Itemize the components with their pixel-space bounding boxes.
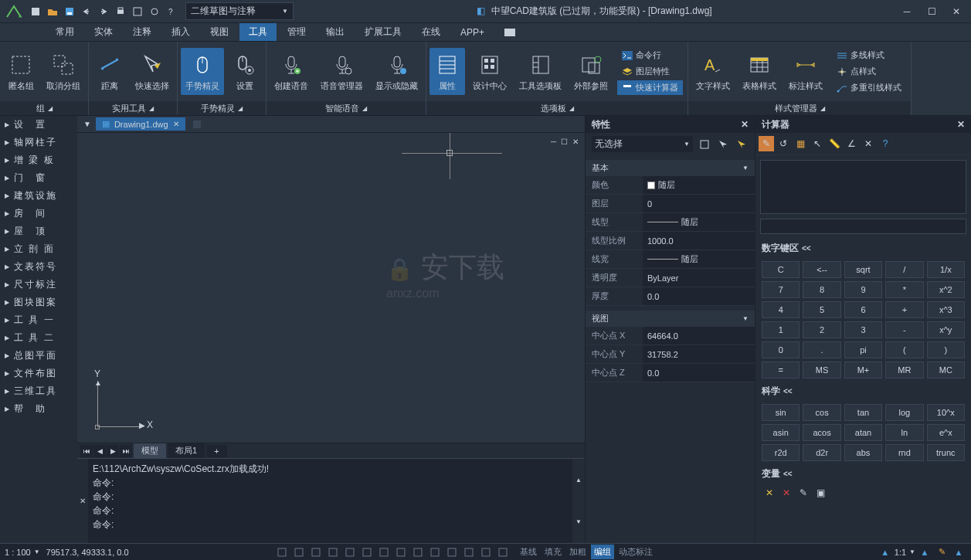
status-qp-icon[interactable] bbox=[444, 545, 460, 559]
status-tpc-icon[interactable] bbox=[427, 545, 443, 559]
cmd-scroll-down[interactable]: ▼ bbox=[572, 501, 585, 544]
calc-tool-4[interactable]: ↖ bbox=[810, 136, 825, 151]
view-nav-next[interactable]: ▶ bbox=[107, 445, 119, 457]
calc-key-x^3[interactable]: x^3 bbox=[927, 301, 965, 318]
filter-icon[interactable] bbox=[735, 137, 749, 151]
status-osnap-icon[interactable] bbox=[342, 545, 358, 559]
ribbon-取消分组[interactable]: 取消分组 bbox=[42, 48, 85, 95]
view-nav-prev[interactable]: ◀ bbox=[93, 445, 106, 457]
qat-save-icon[interactable] bbox=[62, 4, 77, 19]
ribbon-side-点样式[interactable]: 点样式 bbox=[832, 64, 906, 79]
calc-key-*[interactable]: * bbox=[885, 281, 923, 298]
calc-key-<--[interactable]: <-- bbox=[803, 261, 840, 278]
minimize-button[interactable]: ─ bbox=[895, 4, 918, 19]
status-iso-icon[interactable] bbox=[478, 545, 494, 559]
status-编组[interactable]: 编组 bbox=[591, 545, 614, 559]
sb-anno-icon[interactable]: ▲ bbox=[878, 545, 893, 559]
var-btn-2[interactable]: ✕ bbox=[779, 485, 794, 501]
sidebar-item-图块图案[interactable]: ▶图块图案 bbox=[0, 294, 77, 311]
calc-input-field[interactable] bbox=[760, 219, 966, 234]
ribbon-属性[interactable]: 属性 bbox=[429, 48, 465, 95]
view-nav-first[interactable]: ⏮ bbox=[80, 445, 93, 457]
sidebar-item-文件布图[interactable]: ▶文件布图 bbox=[0, 365, 77, 382]
maximize-button[interactable]: ☐ bbox=[920, 4, 943, 19]
sb-icon-2[interactable]: ▲ bbox=[917, 545, 932, 559]
calc-key-log[interactable]: log bbox=[885, 404, 923, 421]
close-button[interactable]: ✕ bbox=[945, 4, 968, 19]
calc-key-=[interactable]: = bbox=[762, 361, 800, 378]
prop-row-线型比例[interactable]: 线型比例1000.0 bbox=[586, 232, 755, 250]
calc-key-7[interactable]: 7 bbox=[762, 281, 800, 298]
calc-key-([interactable]: ( bbox=[885, 341, 923, 358]
calc-key-cos[interactable]: cos bbox=[803, 404, 840, 421]
close-tab-icon[interactable]: ✕ bbox=[173, 120, 179, 128]
prop-row-透明度[interactable]: 透明度ByLayer bbox=[586, 269, 755, 287]
menu-实体[interactable]: 实体 bbox=[85, 23, 122, 41]
calc-key-+[interactable]: + bbox=[885, 301, 923, 318]
calc-key-/[interactable]: / bbox=[885, 261, 923, 278]
calc-tool-7[interactable]: ✕ bbox=[861, 136, 876, 151]
prop-row-线型[interactable]: 线型随层 bbox=[586, 213, 755, 232]
calc-tool-3[interactable]: ▦ bbox=[793, 136, 808, 151]
sidebar-item-立剖面[interactable]: ▶立 剖 面 bbox=[0, 240, 77, 258]
calc-key-asin[interactable]: asin bbox=[762, 424, 800, 441]
prop-row-线宽[interactable]: 线宽随层 bbox=[586, 250, 755, 269]
calc-key-atan[interactable]: atan bbox=[844, 424, 882, 441]
sidebar-item-房间[interactable]: ▶房 间 bbox=[0, 205, 77, 222]
selection-dropdown[interactable]: 无选择 ▼ bbox=[592, 136, 693, 152]
qat-undo-icon[interactable] bbox=[79, 4, 94, 19]
calc-key-4[interactable]: 4 bbox=[762, 301, 800, 318]
menu-extra-icon[interactable] bbox=[495, 26, 525, 39]
status-lwt-icon[interactable] bbox=[410, 545, 426, 559]
status-sc-icon[interactable] bbox=[461, 545, 477, 559]
status-snap-icon[interactable] bbox=[274, 545, 290, 559]
sidebar-item-帮助[interactable]: ▶帮 助 bbox=[0, 400, 77, 418]
workspace-dropdown[interactable]: 二维草图与注释 ▼ bbox=[185, 2, 294, 20]
sidebar-item-尺寸标注[interactable]: ▶尺寸标注 bbox=[0, 276, 77, 294]
ribbon-手势精灵[interactable]: 手势精灵 bbox=[181, 48, 224, 95]
status-grid-icon[interactable] bbox=[291, 545, 307, 559]
menu-视图[interactable]: 视图 bbox=[201, 23, 238, 41]
calc-key-x^2[interactable]: x^2 bbox=[927, 281, 965, 298]
calc-key-r2d[interactable]: r2d bbox=[762, 444, 800, 461]
qat-help-icon[interactable]: ? bbox=[164, 4, 179, 19]
calc-tool-help[interactable]: ? bbox=[878, 136, 893, 151]
qat-open-icon[interactable] bbox=[45, 4, 60, 19]
ribbon-side-图层特性[interactable]: 图层特性 bbox=[617, 64, 683, 79]
sidebar-item-工具二[interactable]: ▶工 具 二 bbox=[0, 329, 77, 347]
toggle-pim-icon[interactable] bbox=[698, 137, 711, 151]
ribbon-side-快速计算器[interactable]: 快速计算器 bbox=[617, 80, 683, 95]
ribbon-标注样式[interactable]: 标注样式 bbox=[784, 48, 827, 95]
status-scale[interactable]: 1 : 100▼ bbox=[5, 548, 40, 557]
sidebar-item-门窗[interactable]: ▶门 窗 bbox=[0, 169, 77, 187]
ribbon-创建语音[interactable]: 创建语音 bbox=[270, 48, 313, 95]
sb-anno-scale[interactable]: 1:1▼ bbox=[895, 545, 915, 559]
calc-key-C[interactable]: C bbox=[762, 261, 800, 278]
calc-key-pi[interactable]: pi bbox=[844, 341, 882, 358]
var-btn-1[interactable]: ✕ bbox=[762, 485, 777, 501]
status-动态标注[interactable]: 动态标注 bbox=[616, 545, 656, 559]
calc-key-abs[interactable]: abs bbox=[844, 444, 882, 461]
calc-key-sin[interactable]: sin bbox=[762, 404, 800, 421]
qat-plot-icon[interactable] bbox=[130, 4, 145, 19]
menu-注释[interactable]: 注释 bbox=[124, 23, 161, 41]
qat-match-icon[interactable] bbox=[147, 4, 162, 19]
menu-管理[interactable]: 管理 bbox=[278, 23, 315, 41]
menu-插入[interactable]: 插入 bbox=[162, 23, 199, 41]
calc-key-MC[interactable]: MC bbox=[927, 361, 965, 378]
status-ducs-icon[interactable] bbox=[376, 545, 392, 559]
calc-key-M+[interactable]: M+ bbox=[844, 361, 882, 378]
menu-输出[interactable]: 输出 bbox=[317, 23, 354, 41]
prop-row-图层[interactable]: 图层0 bbox=[586, 195, 755, 213]
calc-key-8[interactable]: 8 bbox=[803, 281, 840, 298]
status-ortho-icon[interactable] bbox=[308, 545, 324, 559]
layout-tab[interactable]: 布局1 bbox=[168, 443, 205, 458]
document-tab[interactable]: ▦ Drawing1.dwg ✕ bbox=[96, 117, 185, 131]
status-gp-icon[interactable] bbox=[495, 545, 511, 559]
calc-key-acos[interactable]: acos bbox=[803, 424, 840, 441]
calc-key-.[interactable]: . bbox=[803, 341, 840, 358]
prop-row-中心点 Z[interactable]: 中心点 Z0.0 bbox=[586, 364, 755, 382]
menu-在线[interactable]: 在线 bbox=[413, 23, 450, 41]
prop-row-颜色[interactable]: 颜色随层 bbox=[586, 176, 755, 195]
ribbon-设计中心[interactable]: 设计中心 bbox=[468, 48, 511, 95]
